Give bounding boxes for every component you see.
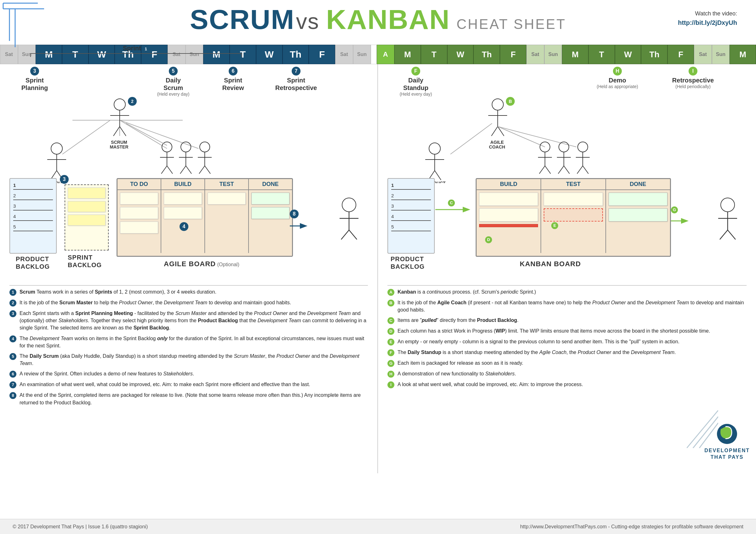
daily-scrum-text: DailyScrum <box>148 76 199 91</box>
demo-sub: (Held as appropriate) <box>589 84 646 89</box>
day-sat1: Sat <box>0 45 18 64</box>
svg-text:SCRUM: SCRUM <box>111 140 127 145</box>
main-content: 3 SprintPlanning 5 DailyScrum (Held ever… <box>0 64 756 473</box>
svg-line-30 <box>180 166 186 174</box>
daily-standup-text: DailyStandup <box>388 76 444 91</box>
kanban-a-badge: A <box>377 45 395 64</box>
sprint-planning-text: SprintPlanning <box>10 76 60 91</box>
timeline-section: Sprint 1 Sat Sun M T W Th F Sat Sun M T … <box>0 45 756 64</box>
video-url[interactable]: http://bit.ly/2jDxyUh <box>678 19 737 26</box>
demo-label: H Demo (Held as appropriate) <box>589 67 646 89</box>
kcol-build: BUILD <box>476 179 541 190</box>
scrum-roles-diagram: 2 SCRUM MASTER PRODUCT OWNER <box>10 95 356 183</box>
badge3-connector: 3 <box>60 175 69 184</box>
kanban-board-area: 1 2 3 4 5 PRODUCTBACKLOG C BUILD TEST <box>388 178 746 279</box>
scrum-note-3: 3 Each Sprint starts with a Sprint Plann… <box>10 310 368 332</box>
svg-point-27 <box>181 142 191 152</box>
sprint-text: Sprint <box>123 45 141 52</box>
day-sat3: Sat <box>335 45 353 64</box>
arrow-c: C <box>435 203 473 217</box>
badge-e: E <box>551 222 558 229</box>
footer: © 2017 Development That Pays | Issue 1.6… <box>0 519 756 534</box>
kanban-note-b: B It is the job of the Agile Coach (if p… <box>388 299 746 314</box>
kanban-roles-diagram: B AGILE COACH PRODUCT OWNER <box>388 95 734 183</box>
dtp-logo-icon <box>715 420 740 445</box>
retro-text: Retrospective <box>658 76 728 84</box>
scrum-board-area: 1 2 3 4 5 PRODUCTBACKLOG 3 SPRINTBACKLOG <box>10 178 368 279</box>
agile-board: TO DO BUILD TEST DONE <box>117 178 293 257</box>
svg-line-94 <box>699 423 718 448</box>
sprint-planning-label: 3 SprintPlanning <box>10 67 60 91</box>
deco-lines-right <box>687 410 718 448</box>
footer-tagline: - Cutting-edge strategies for profitable… <box>608 524 743 529</box>
demo-text: Demo <box>589 76 646 84</box>
svg-line-35 <box>199 166 205 174</box>
svg-line-36 <box>205 166 210 174</box>
kday-w1: W <box>447 45 474 64</box>
agile-board-header: TO DO BUILD TEST DONE <box>118 179 292 190</box>
svg-line-9 <box>120 126 126 136</box>
svg-line-80 <box>583 166 588 174</box>
col-build: BUILD <box>161 179 205 190</box>
badge8-arrow: 8 <box>290 210 309 232</box>
col-test: TEST <box>205 179 249 190</box>
svg-text:MASTER: MASTER <box>110 144 128 149</box>
kanban-note-a: A Kanban is a continuous process. (cf. S… <box>388 288 746 296</box>
svg-line-4 <box>120 120 199 148</box>
sprint-retro-text: SprintRetrospective <box>268 76 324 91</box>
kday-sun1: Sun <box>544 45 562 64</box>
sprint-retro-label: 7 SprintRetrospective <box>268 67 324 91</box>
svg-line-31 <box>186 166 192 174</box>
product-backlog-doc: 1 2 3 4 5 <box>10 178 57 254</box>
svg-point-47 <box>492 99 503 110</box>
scrum-note-2: 2 It is the job of the Scrum Master to h… <box>10 299 368 307</box>
sprint-review-badge: 6 <box>229 67 237 76</box>
day-th2: Th <box>283 45 309 64</box>
daily-standup-label: F DailyStandup (Held every day) <box>388 67 444 97</box>
day-sun3: Sun <box>353 45 371 64</box>
retro-sub: (Held periodically) <box>658 84 728 89</box>
svg-point-14 <box>51 143 62 154</box>
kanban-board-body <box>476 190 670 253</box>
footer-url: http://www.DevelopmentThatPays.com <box>520 524 607 529</box>
title-cheat: CHEAT SHEET <box>451 16 566 32</box>
agile-board-body <box>118 190 292 253</box>
svg-line-39 <box>126 123 167 145</box>
kanban-col-done <box>606 190 670 253</box>
badge4-on-board: 4 <box>179 222 188 231</box>
scrum-panel: 3 SprintPlanning 5 DailyScrum (Held ever… <box>0 64 378 473</box>
svg-point-41 <box>342 198 356 212</box>
kday-th2: Th <box>641 45 667 64</box>
day-f2: F <box>309 45 335 64</box>
kday-sun2: Sun <box>712 45 730 64</box>
svg-point-32 <box>200 142 210 152</box>
svg-line-45 <box>349 230 357 240</box>
svg-text:2: 2 <box>131 99 134 104</box>
retro-label: I Retrospective (Held periodically) <box>658 67 728 89</box>
daily-standup-sub: (Held every day) <box>388 91 444 97</box>
scrum-note-8: 8 At the end of the Sprint, completed it… <box>10 392 368 406</box>
svg-point-5 <box>114 99 125 110</box>
col-done: DONE <box>249 179 292 190</box>
kanban-product-backlog: 1 2 3 4 5 <box>388 178 435 254</box>
scrum-note-1: 1 Scrum Teams work in a series of Sprint… <box>10 288 368 296</box>
scrum-customer: CUSTOMER <box>330 197 368 241</box>
svg-line-93 <box>693 417 718 448</box>
svg-line-25 <box>161 166 167 174</box>
video-label: Watch the video: <box>695 11 737 17</box>
kanban-note-g: G Each item is packaged for release as s… <box>388 359 746 367</box>
daily-scrum-badge: 5 <box>169 67 178 76</box>
kday-sat1: Sat <box>526 45 544 64</box>
kday-t2: T <box>588 45 615 64</box>
sprint-review-label: 6 SprintReview <box>208 67 258 91</box>
svg-line-69 <box>539 166 545 174</box>
svg-line-74 <box>558 166 564 174</box>
daily-scrum-sub: (Held every day) <box>148 91 199 97</box>
scrum-note-6: 6 A review of the Sprint. Often includes… <box>10 370 368 378</box>
kanban-note-i: I A look at what went well, what could b… <box>388 381 746 388</box>
kday-m2: M <box>562 45 588 64</box>
svg-line-89 <box>728 230 736 240</box>
svg-point-59 <box>429 143 440 154</box>
badge-d: D <box>485 236 492 243</box>
sprint-backlog-doc <box>65 184 109 250</box>
